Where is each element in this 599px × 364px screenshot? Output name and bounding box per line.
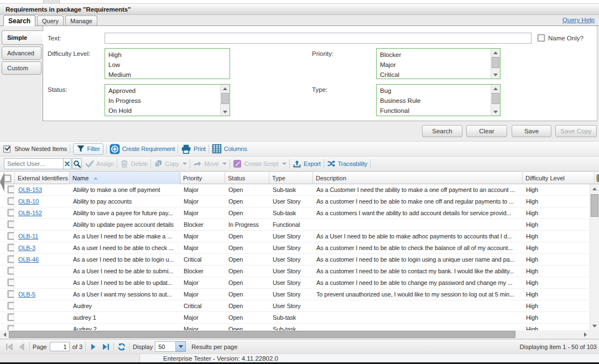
delete-button[interactable]: Delete [120,159,148,168]
scroll-up-icon[interactable] [590,184,599,193]
option[interactable]: In Progress [105,96,220,106]
search-user-button[interactable] [72,158,82,169]
refresh-button[interactable] [117,342,127,352]
table-row[interactable]: As a User I need to be able to submi... … [0,266,590,277]
column-header-external-identifiers[interactable]: External Identifiers [15,172,70,184]
row-checkbox[interactable] [8,221,14,228]
list-scrollbar[interactable] [220,85,230,116]
vertical-scrollbar-thumb[interactable] [591,194,598,217]
export-button[interactable]: Export [293,159,321,168]
column-header-description[interactable]: Description [313,172,523,184]
list-scrollbar[interactable] [491,85,500,116]
vertical-scrollbar[interactable] [590,184,599,330]
requirement-id-link[interactable]: OLB-152 [18,210,42,216]
table-row[interactable]: Ability to update payee account details … [0,219,590,231]
type-listbox[interactable]: BugBusiness RuleFunctional [376,84,501,116]
option[interactable]: On Hold [105,106,220,116]
table-row[interactable]: OLB-153 Ability to make a one off paymen… [0,184,590,196]
row-checkbox[interactable] [8,267,14,274]
side-tab-custom[interactable]: Custom [2,61,41,75]
assign-button[interactable]: Assign [85,159,114,168]
column-header-status[interactable]: Status [225,172,269,184]
horizontal-scrollbar[interactable] [0,330,599,339]
collapse-region-handle[interactable] [0,172,4,192]
row-checkbox[interactable] [8,325,14,330]
scroll-up-icon[interactable] [221,85,230,92]
move-button[interactable]: Move [193,159,227,168]
column-header-type[interactable]: Type [269,172,313,184]
print-button[interactable]: Print [181,144,206,154]
table-row[interactable]: OLB-46 As a user I need to be able to lo… [0,254,590,266]
scroll-up-icon[interactable] [491,49,500,56]
page-first-button[interactable] [4,342,14,352]
row-checkbox[interactable] [8,302,14,309]
option[interactable]: Major [377,60,491,70]
row-checkbox[interactable] [8,244,14,251]
row-checkbox[interactable] [8,197,14,205]
requirement-id-link[interactable]: OLB-10 [18,198,39,205]
filter-button[interactable]: Filter [73,143,103,155]
option[interactable]: Medium [105,70,230,79]
clear-button[interactable]: Clear [466,125,507,137]
page-prev-button[interactable] [17,342,27,352]
table-row[interactable]: OLB-5 As a User I want my sessions to au… [0,289,590,300]
scrollbar-thumb[interactable] [492,57,499,68]
show-nested-items-checkbox[interactable] [3,145,11,153]
scroll-right-icon[interactable] [581,330,590,339]
tab-query[interactable]: Query [37,15,64,25]
copy-button[interactable]: Copy [154,159,187,168]
table-row[interactable]: OLB-152 Ability to save a payee for futu… [0,207,590,219]
requirement-id-link[interactable]: OLB-5 [18,291,35,298]
table-row[interactable]: OLB-10 Ability to pay accounts Major Ope… [0,196,590,207]
row-checkbox[interactable] [8,279,14,286]
page-number-input[interactable] [50,342,70,351]
column-header-priority[interactable]: Priority [180,172,225,184]
option[interactable]: Bug [377,86,491,96]
create-script-button[interactable]: Create Script [233,159,287,168]
option[interactable]: Blocker [377,50,491,60]
list-scrollbar[interactable] [491,49,500,79]
option[interactable]: Business Rule [377,96,491,106]
requirement-id-link[interactable]: OLB-153 [18,186,42,193]
search-button[interactable]: Search [422,125,462,137]
priority-listbox[interactable]: BlockerMajorCritical [376,48,501,79]
query-help-link[interactable]: Query Help [562,17,595,23]
table-row[interactable]: As a User I need to be able to updat... … [0,277,590,289]
row-checkbox[interactable] [8,290,14,298]
table-row[interactable]: Audrey 2 Major Open Sub-task High [0,324,590,330]
scroll-down-icon[interactable] [491,71,500,79]
text-input[interactable] [105,33,532,44]
traceability-button[interactable]: Traceability [327,159,367,168]
option[interactable]: High [105,50,230,60]
tab-search[interactable]: Search [3,15,35,26]
table-row[interactable]: OLB-11 As a User I need to be able make … [0,231,590,242]
clear-user-button[interactable] [64,158,71,169]
table-row[interactable]: audrey 1 Major Open Sub-task High [0,312,590,324]
save-copy-button[interactable]: Save Copy [555,125,597,137]
scroll-left-icon[interactable] [0,330,9,339]
columns-button[interactable]: Columns [212,144,247,154]
column-header-name[interactable]: Name [70,172,180,184]
display-count-select[interactable]: 50 [155,341,186,352]
option[interactable]: Low [105,60,230,70]
option[interactable]: Critical [377,70,491,79]
page-last-button[interactable] [101,342,111,352]
save-button[interactable]: Save [512,125,551,137]
create-requirement-button[interactable]: Create Requirement [110,144,175,154]
status-listbox[interactable]: ApprovedIn ProgressOn Hold [105,84,230,116]
requirement-id-link[interactable]: OLB-3 [18,245,35,251]
tab-manage[interactable]: Manage [65,15,97,25]
page-next-button[interactable] [88,342,98,352]
difficulty-level-listbox[interactable]: HighLowMedium [105,48,230,79]
select-all-checkbox[interactable] [4,175,11,182]
scrollbar-thumb[interactable] [492,93,499,104]
scroll-down-icon[interactable] [221,108,230,116]
option[interactable]: Approved [105,86,220,96]
row-checkbox[interactable] [8,314,14,321]
row-checkbox[interactable] [8,186,14,193]
horizontal-scrollbar-thumb[interactable] [9,331,515,338]
display-dropdown-icon[interactable] [176,341,186,352]
row-checkbox[interactable] [8,232,14,240]
table-row[interactable]: OLB-3 As a user I need to be able to che… [0,242,590,254]
scroll-down-icon[interactable] [590,321,599,330]
